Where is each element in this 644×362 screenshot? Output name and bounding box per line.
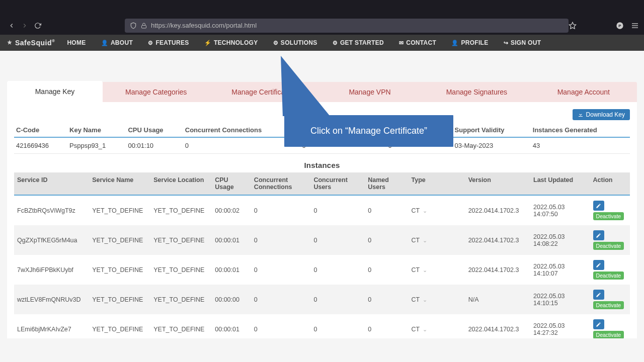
nav-sign-out[interactable]: ↪SIGN OUT [498, 35, 547, 51]
cell-service-name: YET_TO_DEFINE [89, 285, 150, 314]
deactivate-button[interactable]: Deactivate [593, 272, 624, 280]
chevron-down-icon[interactable]: ⌄ [423, 267, 427, 273]
val-conc-users: 0 [300, 137, 386, 154]
edit-button[interactable] [593, 319, 604, 329]
cell-action: Deactivate [590, 225, 630, 255]
cell-named-users: 0 [365, 255, 408, 285]
chevron-down-icon[interactable]: ⌄ [423, 326, 427, 332]
chevron-down-icon[interactable]: ⌄ [423, 208, 427, 214]
tab-manage-key[interactable]: Manage Key [7, 81, 103, 102]
val-support: 03-May-2023 [453, 137, 531, 154]
nav-technology[interactable]: ⚡TECHNOLOGY [198, 35, 264, 51]
svg-marker-1 [569, 22, 576, 29]
ih-service-name: Service Name [89, 172, 150, 195]
instances-heading: Instances [14, 161, 630, 169]
cell-type: CT⌄ [408, 225, 465, 255]
cell-cpu: 00:00:00 [212, 285, 251, 314]
user-icon: 👤 [101, 40, 108, 46]
app-logo[interactable]: SafeSquid® [6, 39, 55, 47]
val-keyname: Psppsp93_1 [67, 137, 126, 154]
deactivate-button[interactable]: Deactivate [593, 301, 624, 309]
cell-conc-users: 0 [310, 255, 365, 285]
cell-type: CT⌄ [408, 255, 465, 285]
nav-contact[interactable]: ✉CONTACT [393, 35, 442, 51]
nav-profile[interactable]: 👤PROFILE [445, 35, 494, 51]
deactivate-button[interactable]: Deactivate [593, 331, 624, 338]
bookmark-star-icon[interactable] [569, 22, 577, 30]
cell-last-updated: 2022.05.03 14:08:22 [530, 225, 590, 255]
table-row: wztLEV8FmQNRUv3DYET_TO_DEFINEYET_TO_DEFI… [14, 285, 630, 314]
chevron-down-icon[interactable]: ⌄ [423, 297, 427, 303]
val-named-users: 0 [386, 137, 452, 154]
nav-get-started[interactable]: ⚙GET STARTED [327, 35, 390, 51]
cell-named-users: 0 [365, 285, 408, 314]
profile-icon[interactable]: P [616, 22, 624, 30]
nav-solutions[interactable]: ⚙SOLUTIONS [267, 35, 324, 51]
cell-last-updated: 2022.05.03 14:10:07 [530, 255, 590, 285]
cell-action: Deactivate [590, 285, 630, 314]
cell-service-id: FcBZtbRQsViWgT9z [14, 195, 89, 225]
cell-conc-conn: 0 [251, 285, 311, 314]
val-cpu: 00:01:10 [126, 137, 183, 154]
reload-button[interactable] [31, 19, 44, 32]
cell-service-id: wztLEV8FmQNRUv3D [14, 285, 89, 314]
cell-last-updated: 2022.05.03 14:07:50 [530, 195, 590, 225]
tab-manage-signatures[interactable]: Manage Signatures [423, 82, 530, 102]
col-conc-users: Concurrent Users [300, 123, 386, 137]
cell-service-name: YET_TO_DEFINE [89, 314, 150, 338]
ih-conc-users: Concurrent Users [310, 172, 365, 195]
url-input[interactable]: https://key.safesquid.com/portal.html [125, 19, 569, 33]
cell-named-users: 0 [365, 195, 408, 225]
deactivate-button[interactable]: Deactivate [593, 242, 624, 250]
edit-button[interactable] [593, 201, 604, 211]
cell-service-location: YET_TO_DEFINE [150, 285, 212, 314]
col-support: Support Validity [453, 123, 531, 137]
cell-service-id: 7wXJh6iFPBkKUybf [14, 255, 89, 285]
edit-button[interactable] [593, 290, 604, 300]
cell-conc-conn: 0 [251, 255, 311, 285]
cell-service-location: YET_TO_DEFINE [150, 225, 212, 255]
col-conc-conn: Concurrent Connections [183, 123, 300, 137]
url-text: https://key.safesquid.com/portal.html [151, 22, 257, 29]
edit-button[interactable] [593, 260, 604, 270]
tab-manage-vpn[interactable]: Manage VPN [316, 82, 423, 102]
shield-icon [130, 22, 137, 29]
cell-service-name: YET_TO_DEFINE [89, 195, 150, 225]
edit-button[interactable] [593, 230, 604, 240]
browser-address-bar: https://key.safesquid.com/portal.html P [0, 18, 644, 35]
cell-version: 2022.0414.1702.3 [465, 225, 530, 255]
nav-home[interactable]: HOME [61, 35, 92, 51]
cell-service-name: YET_TO_DEFINE [89, 255, 150, 285]
chevron-down-icon[interactable]: ⌄ [423, 237, 427, 243]
download-key-button[interactable]: Download Key [573, 109, 630, 120]
cell-conc-conn: 0 [251, 195, 311, 225]
cell-named-users: 0 [365, 314, 408, 338]
cogs-icon: ⚙ [333, 40, 338, 46]
col-keyname: Key Name [67, 123, 126, 137]
hamburger-menu-icon[interactable] [631, 22, 639, 30]
cell-cpu: 00:00:01 [212, 255, 251, 285]
cell-conc-users: 0 [310, 195, 365, 225]
svg-text:P: P [618, 23, 621, 28]
table-row: 7wXJh6iFPBkKUybfYET_TO_DEFINEYET_TO_DEFI… [14, 255, 630, 285]
tab-manage-account[interactable]: Manage Account [530, 82, 637, 102]
ih-service-location: Service Location [150, 172, 212, 195]
col-cpu: CPU Usage [126, 123, 183, 137]
tab-manage-categories[interactable]: Manage Categories [103, 82, 209, 102]
val-instances: 43 [531, 137, 630, 154]
key-summary-table: C-Code Key Name CPU Usage Concurrent Con… [14, 123, 630, 154]
forward-button[interactable] [18, 19, 31, 32]
nav-about[interactable]: 👤ABOUT [95, 35, 139, 51]
cell-conc-users: 0 [310, 225, 365, 255]
cell-action: Deactivate [590, 255, 630, 285]
deactivate-button[interactable]: Deactivate [593, 212, 624, 220]
cell-service-id: LEmi6bjMrKAIvZe7 [14, 314, 89, 338]
back-button[interactable] [5, 19, 18, 32]
nav-features[interactable]: ⚙FEATURES [142, 35, 195, 51]
table-row: FcBZtbRQsViWgT9zYET_TO_DEFINEYET_TO_DEFI… [14, 195, 630, 225]
cell-service-name: YET_TO_DEFINE [89, 225, 150, 255]
key-header-row: C-Code Key Name CPU Usage Concurrent Con… [14, 123, 630, 137]
tab-manage-certificates[interactable]: Manage Certificates [209, 82, 316, 102]
cell-version: N/A [465, 285, 530, 314]
cell-type: CT⌄ [408, 195, 465, 225]
